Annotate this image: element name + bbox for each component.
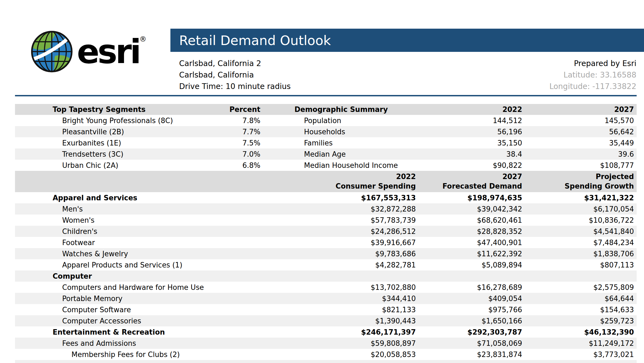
forecasted-demand-value: $11,622,392 (419, 248, 525, 259)
esri-wordmark: esri (77, 32, 139, 71)
drive-time: Drive Time: 10 minute radius (179, 81, 291, 92)
value-2022: 56,196 (419, 126, 525, 137)
spending-growth-value: $2,575,809 (525, 282, 637, 293)
percent-value: 7.7% (228, 126, 263, 137)
value-2022: $90,822 (419, 160, 525, 171)
table-row: Entertainment & Recreation$246,171,397$2… (15, 326, 637, 338)
tapestry-table-header: Top Tapestry Segments Percent Demographi… (15, 104, 637, 115)
forecasted-demand-value: $28,828,352 (419, 226, 525, 237)
spending-rows: Apparel and Services$167,553,313$198,974… (15, 192, 637, 360)
category-label: Computer Software (15, 304, 289, 315)
table-row: Children's$24,286,512$28,828,352$4,541,8… (15, 226, 637, 237)
col-header-category (15, 171, 289, 192)
segment-name: Bright Young Professionals (8C) (15, 115, 228, 126)
consumer-spending-value: $24,286,512 (289, 226, 419, 237)
forecasted-demand-value: $1,650,166 (419, 315, 525, 326)
table-row: Watches & Jewelry$9,783,686$11,622,392$1… (15, 248, 637, 259)
consumer-spending-value: $821,133 (289, 304, 419, 315)
category-label: Portable Memory (15, 293, 289, 304)
spending-growth-value: $6,170,054 (525, 203, 637, 215)
category-label: Women's (15, 215, 289, 226)
table-row: Apparel and Services$167,553,313$198,974… (15, 192, 637, 203)
col-header-spending-growth: Projected Spending Growth (525, 171, 637, 192)
location-name: Carlsbad, California 2 (179, 58, 291, 69)
consumer-spending-value: $9,783,686 (289, 248, 419, 259)
category-label: Watches & Jewelry (15, 248, 289, 259)
spending-growth-value: $3,773,021 (525, 349, 637, 360)
demographic-label: Families (263, 137, 419, 148)
table-row: Membership Fees for Clubs (2)$20,058,853… (15, 349, 637, 360)
table-row: Bright Young Professionals (8C)7.8%Popul… (15, 115, 637, 126)
table-row: Pleasantville (2B)7.7%Households56,19656… (15, 126, 637, 137)
prepared-by: Prepared by Esri (549, 58, 636, 69)
report-meta: Carlsbad, California 2 Carlsbad, Califor… (170, 52, 644, 92)
forecasted-demand-value: $16,278,689 (419, 282, 525, 293)
forecasted-demand-value: $409,054 (419, 293, 525, 304)
header-line-projected: Projected (596, 172, 634, 182)
value-2022: 35,150 (419, 137, 525, 148)
spending-growth-value: $154,633 (525, 304, 637, 315)
col-header-demographic-summary: Demographic Summary (263, 104, 419, 115)
spending-growth-value: $7,484,234 (525, 237, 637, 248)
value-2027: 39.6 (525, 148, 637, 160)
consumer-spending-value: $167,553,313 (289, 192, 419, 203)
header-line-consumer-spending: Consumer Spending (336, 182, 416, 191)
spending-growth-value: $31,421,322 (525, 192, 637, 203)
value-2022: 144,512 (419, 115, 525, 126)
category-label: Computer Accessories (15, 315, 289, 326)
percent-value: 6.8% (228, 160, 263, 171)
category-label: Men's (15, 203, 289, 215)
percent-value: 7.5% (228, 137, 263, 148)
report-body: Top Tapestry Segments Percent Demographi… (15, 104, 637, 363)
page-title: Retail Demand Outlook (179, 33, 331, 48)
table-row: Computer Accessories$1,390,443$1,650,166… (15, 315, 637, 326)
tapestry-demographic-rows: Bright Young Professionals (8C)7.8%Popul… (15, 115, 637, 171)
forecasted-demand-value: $292,303,787 (419, 326, 525, 338)
demographic-label: Households (263, 126, 419, 137)
latitude-value: Latitude: 33.16588 (549, 69, 636, 81)
forecasted-demand-value: $23,831,874 (419, 349, 525, 360)
longitude-value: Longitude: -117.33822 (549, 81, 636, 92)
col-header-consumer-spending: 2022 Consumer Spending (289, 171, 419, 192)
consumer-spending-value: $344,410 (289, 293, 419, 304)
col-header-2027: 2027 (525, 104, 637, 115)
spending-growth-value: $11,249,172 (525, 338, 637, 349)
demographic-label: Median Household Income (263, 160, 419, 171)
col-header-forecasted-demand: 2027 Forecasted Demand (419, 171, 525, 192)
forecasted-demand-value: $198,974,635 (419, 192, 525, 203)
table-row: Men's$32,872,288$39,042,342$6,170,054 (15, 203, 637, 215)
spending-table-header: 2022 Consumer Spending 2027 Forecasted D… (15, 171, 637, 192)
consumer-spending-value (289, 270, 419, 282)
consumer-spending-value: $246,171,397 (289, 326, 419, 338)
consumer-spending-value: $13,702,880 (289, 282, 419, 293)
forecasted-demand-value: $71,058,069 (419, 338, 525, 349)
header-line-2022: 2022 (396, 172, 416, 182)
spending-growth-value: $1,838,706 (525, 248, 637, 259)
table-row: Computer (15, 270, 637, 282)
spending-growth-value: $4,541,840 (525, 226, 637, 237)
esri-logo-text: esri ® (77, 35, 146, 68)
table-row: Computers and Hardware for Home Use$13,7… (15, 282, 637, 293)
category-label: Fees and Admissions (15, 338, 289, 349)
segment-name: Trendsetters (3C) (15, 148, 228, 160)
forecasted-demand-value: $39,042,342 (419, 203, 525, 215)
segment-name: Pleasantville (2B) (15, 126, 228, 137)
value-2022: 38.4 (419, 148, 525, 160)
col-header-2022: 2022 (419, 104, 525, 115)
demographic-label: Median Age (263, 148, 419, 160)
report-header: esri ® Retail Demand Outlook Carlsbad, C… (0, 0, 644, 92)
percent-value: 7.0% (228, 148, 263, 160)
value-2027: 35,449 (525, 137, 637, 148)
registered-mark: ® (139, 35, 146, 43)
esri-globe-icon (30, 30, 74, 73)
consumer-spending-value: $4,282,781 (289, 259, 419, 270)
table-row: Apparel Products and Services (1)$4,282,… (15, 259, 637, 270)
spending-growth-value (525, 270, 637, 282)
category-label: Children's (15, 226, 289, 237)
col-header-top-tapestry-segments: Top Tapestry Segments (15, 104, 228, 115)
consumer-spending-value: $1,390,443 (289, 315, 419, 326)
category-label: Computers and Hardware for Home Use (15, 282, 289, 293)
value-2027: 56,642 (525, 126, 637, 137)
category-label: Apparel Products and Services (1) (15, 259, 289, 270)
value-2027: $108,777 (525, 160, 637, 171)
